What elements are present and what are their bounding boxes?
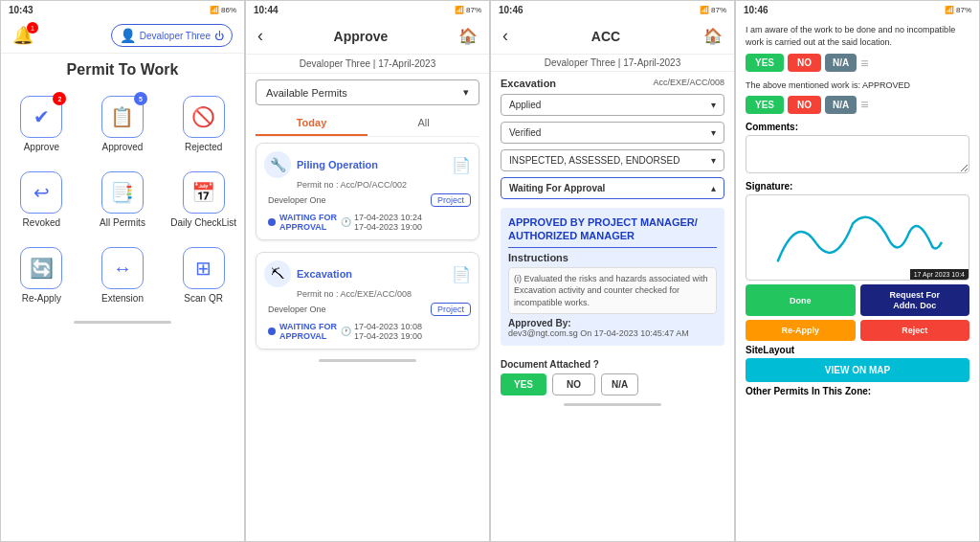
approved-title: APPROVED BY PROJECT MANAGER/ AUTHORIZED … <box>508 215 717 243</box>
p4-yes-1-button[interactable]: YES <box>746 54 784 72</box>
other-permits-label: Other Permits In This Zone: <box>746 386 969 396</box>
daily-checklist-icon: 📅 <box>191 181 215 204</box>
waiting-dot-excavation <box>268 327 276 335</box>
approve-icon: ✔ <box>33 105 50 128</box>
status-icons-3: 📶 87% <box>700 6 726 14</box>
time-block-excavation: 🕐 17-04-2023 10:0817-04-2023 19:00 <box>341 322 422 341</box>
dropdown-waiting[interactable]: Waiting For Approval ▴ <box>501 177 724 199</box>
menu-item-daily-checklist[interactable]: 📅 Daily CheckList <box>163 162 244 237</box>
menu-item-approved[interactable]: 📋 5 Approved <box>82 86 164 162</box>
back-button[interactable]: ‹ <box>257 26 263 46</box>
request-addn-doc-button[interactable]: Request ForAddn. Doc <box>860 284 970 317</box>
status-icons-1: 📶 86% <box>210 6 236 14</box>
tab-today[interactable]: Today <box>256 111 368 136</box>
divider <box>508 247 717 248</box>
user-icon: 👤 <box>120 28 136 43</box>
status-icons-2: 📶 87% <box>455 6 481 14</box>
permit-title-piling: Piling Operation <box>297 159 452 170</box>
status-bar-4: 10:46 📶 87% <box>736 1 979 18</box>
scroll-indicator-3 <box>564 403 661 406</box>
approve-icon-wrap: ✔ 2 <box>20 96 62 138</box>
status-icons-4: 📶 87% <box>945 6 971 14</box>
project-badge-piling: Project <box>431 193 471 207</box>
home-icon[interactable]: 🏠 <box>458 27 478 45</box>
approved-label: Approved <box>102 142 144 152</box>
status-bar-3: 10:46 📶 87% <box>491 1 734 18</box>
reapply-label: Re-Apply <box>22 293 61 304</box>
waiting-text-piling: WAITING FORAPPROVAL <box>279 213 337 232</box>
p4-no-2-button[interactable]: NO <box>788 96 821 114</box>
dropdown-inspected[interactable]: INSPECTED, ASSESSED, ENDORSED ▾ <box>501 149 724 171</box>
all-permits-icon: 📑 <box>110 181 134 204</box>
view-on-map-button[interactable]: VIEW ON MAP <box>746 358 969 382</box>
status-bar-1: 10:43 📶 86% <box>1 1 244 18</box>
menu-item-scan-qr[interactable]: ⊞ Scan QR <box>163 237 244 313</box>
status-bar-2: 10:44 📶 87% <box>246 1 489 18</box>
time-1: 10:43 <box>9 5 33 15</box>
panel-approve: 10:44 📶 87% ‹ Approve 🏠 Devaloper Three … <box>245 0 490 542</box>
permit-ref: Acc/EXE/ACC/008 <box>653 78 724 89</box>
doc-yn-row: YES NO N/A <box>501 373 724 395</box>
permit-icon-piling: 🔧 <box>264 151 291 178</box>
approved-icon: 📋 <box>110 105 134 128</box>
comments-input[interactable] <box>746 135 969 173</box>
excavation-label: Excavation <box>501 78 556 89</box>
reapply-button[interactable]: Re-Apply <box>746 320 856 341</box>
scan-qr-icon-wrap: ⊞ <box>183 247 225 289</box>
file-icon-piling[interactable]: 📄 <box>452 156 471 174</box>
home-icon-3[interactable]: 🏠 <box>703 27 723 45</box>
doc-na-button[interactable]: N/A <box>601 373 638 395</box>
menu-item-revoked[interactable]: ↩ Revoked <box>1 162 82 237</box>
p4-yes-2-button[interactable]: YES <box>746 96 784 114</box>
p4-na-1-button[interactable]: N/A <box>825 54 857 72</box>
chevron-down-icon: ▾ <box>463 86 469 99</box>
p4-na-2-button[interactable]: N/A <box>825 96 857 114</box>
power-icon[interactable]: ⏻ <box>214 31 224 41</box>
edit-icon-2[interactable]: ≡ <box>860 97 868 112</box>
menu-item-all-permits[interactable]: 📑 All Permits <box>82 162 164 237</box>
notification-bell[interactable]: 🔔 1 <box>12 25 33 46</box>
permit-card-excavation[interactable]: ⛏ Excavation 📄 Permit no : Acc/EXE/ACC/0… <box>256 252 479 350</box>
menu-item-approve[interactable]: ✔ 2 Approve <box>1 86 82 162</box>
reject-button[interactable]: Reject <box>860 320 970 341</box>
menu-item-reapply[interactable]: 🔄 Re-Apply <box>1 237 82 313</box>
done-button[interactable]: Done <box>746 284 856 317</box>
reapply-icon-wrap: 🔄 <box>20 247 62 289</box>
revoked-label: Revoked <box>23 217 60 228</box>
tab-all[interactable]: All <box>368 111 479 136</box>
waiting-dot-piling <box>268 218 276 226</box>
clock-icon-excavation: 🕐 <box>341 327 351 336</box>
user-button[interactable]: 👤 Devaloper Three ⏻ <box>111 24 233 47</box>
back-button-3[interactable]: ‹ <box>502 26 508 46</box>
permit-no-excavation: Permit no : Acc/EXE/ACC/008 <box>297 289 471 299</box>
file-icon-excavation[interactable]: 📄 <box>452 265 471 283</box>
dropdown-applied[interactable]: Applied ▾ <box>501 94 724 116</box>
instructions-text: (i) Evaluated the risks and hazards asso… <box>508 267 717 315</box>
user-name: Devaloper Three <box>140 31 211 41</box>
panel-permit-to-work: 10:43 📶 86% 🔔 1 👤 Devaloper Three ⏻ Perm… <box>0 0 245 542</box>
p4-no-1-button[interactable]: NO <box>788 54 821 72</box>
panel-acc-detail: 10:46 📶 87% I am aware of the work to be… <box>735 0 980 542</box>
doc-yes-button[interactable]: YES <box>501 373 546 395</box>
extension-icon: ↔ <box>113 258 132 280</box>
extension-icon-wrap: ↔ <box>101 247 144 289</box>
available-permits-dropdown[interactable]: Available Permits ▾ <box>256 79 479 105</box>
page-title: Permit To Work <box>1 54 244 82</box>
instructions-title: Instructions <box>508 252 717 263</box>
permit-card-piling[interactable]: 🔧 Piling Operation 📄 Permit no : Acc/PO/… <box>256 143 479 240</box>
permit-icon-excavation: ⛏ <box>264 260 291 287</box>
signature-box[interactable]: 17 Apr 2023 10:4 <box>746 194 969 281</box>
time-4: 10:46 <box>744 5 768 15</box>
edit-icon-1[interactable]: ≡ <box>860 56 868 71</box>
dropdown-verified[interactable]: Verified ▾ <box>501 122 724 144</box>
menu-item-rejected[interactable]: 🚫 Rejected <box>163 86 244 162</box>
menu-item-extension[interactable]: ↔ Extension <box>82 237 164 313</box>
scan-qr-icon: ⊞ <box>195 257 212 280</box>
revoked-icon-wrap: ↩ <box>20 171 62 214</box>
all-permits-label: All Permits <box>100 217 145 228</box>
approved-by-val: dev3@ngt.com.sg On 17-04-2023 10:45:47 A… <box>508 328 717 338</box>
scan-qr-label: Scan QR <box>184 293 223 304</box>
menu-grid: ✔ 2 Approve 📋 5 Approved 🚫 Rejected ↩ Re <box>1 82 244 317</box>
doc-no-button[interactable]: NO <box>552 373 595 395</box>
action-row-1: Done Request ForAddn. Doc <box>746 284 969 317</box>
